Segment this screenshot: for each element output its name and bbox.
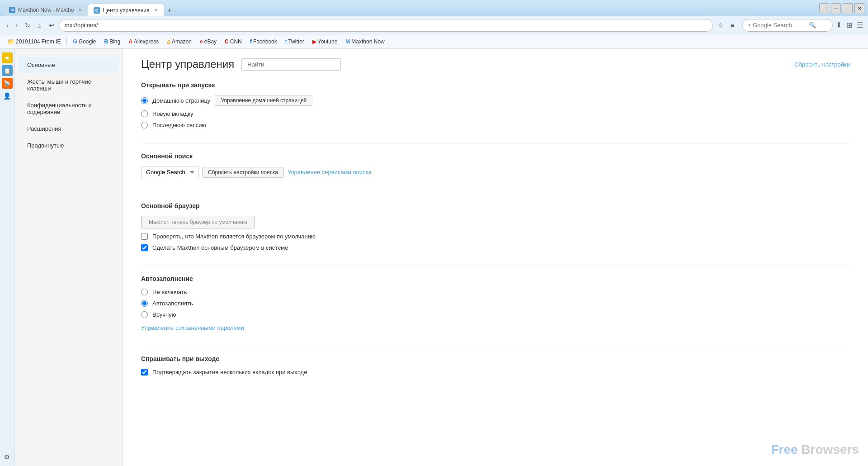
search-icon[interactable]: 🔍 bbox=[809, 22, 816, 29]
twitter-icon: t bbox=[285, 38, 287, 45]
bm-youtube-label: Youtube bbox=[318, 38, 338, 45]
nav-advanced[interactable]: Продвинутые bbox=[18, 138, 119, 153]
autofill-auto-row: Автозаполнять bbox=[141, 300, 850, 307]
autofill-manual-radio[interactable] bbox=[141, 311, 148, 318]
bm-bing-label: Bing bbox=[109, 38, 120, 45]
nav-basic[interactable]: Основные bbox=[18, 57, 119, 73]
sidebar-note-btn[interactable]: 📋 bbox=[2, 65, 13, 76]
tab-maxthon-close[interactable]: ✕ bbox=[78, 7, 82, 13]
minimize-btn[interactable]: — bbox=[831, 3, 841, 13]
maximize-btn[interactable]: ⬜ bbox=[843, 3, 853, 13]
google-icon: G bbox=[73, 38, 77, 45]
new-tab-button[interactable]: + bbox=[164, 5, 175, 16]
search-input[interactable] bbox=[753, 22, 807, 29]
settings-search-input[interactable] bbox=[241, 58, 341, 71]
facebook-icon: f bbox=[250, 38, 252, 45]
make-default-checkbox[interactable] bbox=[141, 244, 148, 251]
startup-session-row: Последнюю сессию bbox=[141, 122, 850, 128]
bm-youtube[interactable]: ▶ Youtube bbox=[309, 37, 341, 46]
history-button[interactable]: ↩ bbox=[46, 20, 57, 31]
bm-ebay[interactable]: e eBay bbox=[196, 37, 220, 46]
make-default-row: Сделать Maxthon основным браузером в сис… bbox=[141, 244, 850, 251]
sidebar-settings-btn[interactable]: ⚙ bbox=[2, 452, 13, 462]
page-title: Центр управления bbox=[141, 58, 234, 71]
startup-newtab-row: Новую вкладку bbox=[141, 110, 850, 117]
back-button[interactable]: ‹ bbox=[4, 20, 11, 31]
bm-folder-label: 20191104 From IE bbox=[16, 38, 61, 45]
bm-twitter-label: Twitter bbox=[288, 38, 304, 45]
reader-button[interactable]: ≡ bbox=[728, 20, 737, 31]
startup-home-radio[interactable] bbox=[141, 97, 148, 104]
manage-search-link[interactable]: Управление сервисами поиска bbox=[288, 169, 372, 176]
default-browser-title: Основной браузер bbox=[141, 202, 850, 209]
bm-amazon[interactable]: a Amazon bbox=[163, 37, 195, 47]
address-bar[interactable]: mx://options/ bbox=[59, 19, 713, 32]
autofill-off-radio[interactable] bbox=[141, 289, 148, 295]
exit-confirm-label: Подтверждать закрытие нескольких вкладок… bbox=[152, 369, 307, 376]
favorite-button[interactable]: ☆ bbox=[715, 20, 726, 31]
nav-extensions[interactable]: Расширения bbox=[18, 121, 119, 137]
reset-settings-link[interactable]: Сбросить настройки bbox=[794, 61, 850, 68]
bm-ebay-label: eBay bbox=[204, 38, 217, 45]
manage-passwords-link[interactable]: Управление сохранёнными паролями bbox=[141, 324, 244, 331]
address-text: mx://options/ bbox=[65, 22, 98, 29]
refresh-button[interactable]: ↻ bbox=[22, 20, 33, 31]
sidebar-rss-btn[interactable]: 📡 bbox=[2, 78, 13, 89]
search-section: Основной поиск Google Search Bing Yahoo … bbox=[141, 152, 850, 178]
tab-maxthon-label: Maxthon Now - Maxtho bbox=[18, 7, 74, 13]
bm-maxthon-label: Maxthon Now bbox=[351, 38, 384, 45]
restore-btn[interactable]: ⬜ bbox=[819, 3, 829, 13]
bm-twitter[interactable]: t Twitter bbox=[282, 37, 308, 46]
nav-bar: ‹ › ↻ ⌂ ↩ mx://options/ ☆ ≡ ▾ 🔍 ⬇ ⊞ ☰ bbox=[0, 16, 868, 34]
bm-facebook[interactable]: f Facebook bbox=[246, 37, 281, 46]
bm-maxthon[interactable]: M Maxthon Now bbox=[342, 37, 388, 46]
bm-aliexpress[interactable]: A Aliexpress bbox=[125, 37, 162, 46]
exit-confirm-checkbox[interactable] bbox=[141, 369, 148, 376]
startup-section: Открывать при запуске Домашнюю страницу … bbox=[141, 81, 850, 128]
sidebar-user-btn[interactable]: 👤 bbox=[2, 90, 13, 101]
grid-button[interactable]: ⊞ bbox=[845, 19, 854, 31]
youtube-icon: ▶ bbox=[312, 38, 316, 45]
menu-button[interactable]: ☰ bbox=[855, 19, 864, 31]
startup-session-radio[interactable] bbox=[141, 122, 148, 128]
startup-title: Открывать при запуске bbox=[141, 81, 850, 89]
search-engine-select[interactable]: Google Search Bing Yahoo bbox=[141, 166, 198, 178]
tab-maxthon[interactable]: M Maxthon Now - Maxtho ✕ bbox=[4, 4, 88, 16]
sidebar-star-btn[interactable]: ★ bbox=[2, 52, 13, 63]
bm-bing[interactable]: B Bing bbox=[100, 37, 124, 46]
search-area[interactable]: ▾ 🔍 bbox=[742, 19, 833, 32]
autofill-auto-radio[interactable] bbox=[141, 300, 148, 307]
startup-newtab-radio[interactable] bbox=[141, 110, 148, 117]
settings-nav: Основные Жесты мыши и горячие клавиши Ко… bbox=[14, 49, 123, 466]
startup-home-row: Домашнюю страницу Управление домашней ст… bbox=[141, 95, 850, 106]
cnn-icon: C bbox=[225, 38, 229, 45]
download-button[interactable]: ⬇ bbox=[835, 19, 843, 31]
home-button[interactable]: ⌂ bbox=[35, 20, 44, 31]
tab-control[interactable]: ⚙ Центр управления ✕ bbox=[88, 4, 164, 16]
folder-icon: 📁 bbox=[7, 38, 14, 45]
verify-default-label: Проверять, что Maxthon является браузеро… bbox=[152, 233, 316, 240]
bm-google[interactable]: G Google bbox=[69, 37, 99, 46]
nav-mouse[interactable]: Жесты мыши и горячие клавиши bbox=[18, 74, 119, 96]
close-btn[interactable]: ✕ bbox=[854, 3, 864, 13]
manage-homepage-btn[interactable]: Управление домашней страницей bbox=[215, 95, 312, 106]
divider-2 bbox=[141, 193, 850, 193]
bookmarks-bar: 📁 20191104 From IE G Google B Bing A Ali… bbox=[0, 34, 868, 49]
bm-folder[interactable]: 📁 20191104 From IE bbox=[4, 37, 64, 46]
exit-title: Спрашивать при выходе bbox=[141, 355, 850, 362]
bm-cnn[interactable]: C CNN bbox=[221, 37, 245, 46]
bm-google-label: Google bbox=[79, 38, 96, 45]
divider-3 bbox=[141, 266, 850, 266]
bm-amazon-label: Amazon bbox=[172, 38, 192, 45]
tab-control-close[interactable]: ✕ bbox=[154, 7, 158, 13]
bm-facebook-label: Facebook bbox=[253, 38, 277, 45]
window-controls: ⬜ — ⬜ ✕ bbox=[819, 3, 864, 13]
reset-search-btn[interactable]: Сбросить настройки поиска bbox=[202, 167, 284, 178]
verify-default-checkbox[interactable] bbox=[141, 233, 148, 240]
startup-home-label: Домашнюю страницу bbox=[152, 97, 210, 104]
search-dropdown-icon[interactable]: ▾ bbox=[748, 22, 751, 28]
nav-privacy[interactable]: Конфиденциальность и содержание bbox=[18, 97, 119, 120]
autofill-off-row: Не включать bbox=[141, 289, 850, 295]
main-layout: ★ 📋 📡 👤 ⚙ Основные Жесты мыши и горячие … bbox=[0, 49, 868, 466]
forward-button[interactable]: › bbox=[13, 20, 21, 31]
